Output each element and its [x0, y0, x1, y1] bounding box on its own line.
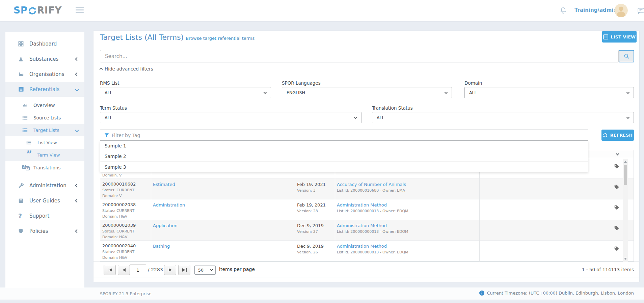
- sidebar-item-user-guides[interactable]: User Guides: [5, 193, 84, 208]
- hide-advanced-filters-toggle[interactable]: Hide advanced filters: [100, 66, 153, 72]
- tag-icon[interactable]: [614, 184, 619, 191]
- list-info: List Id: 200000000013 - Owner: EDQM: [337, 229, 408, 234]
- rms-list-select[interactable]: ALL: [100, 87, 271, 98]
- tag-icon[interactable]: [614, 225, 619, 232]
- last-page-icon: [182, 268, 185, 272]
- main-content-card: Target Lists (All Terms)Browse target re…: [93, 31, 639, 282]
- current-user-menu[interactable]: Training\admin: [574, 7, 617, 13]
- browse-target-referential-terms-link[interactable]: Browse target referential terms: [186, 36, 254, 41]
- tag-option-sample-1[interactable]: Sample 1: [100, 141, 588, 151]
- term-domain: Domain: H&V: [102, 235, 127, 239]
- search-button[interactable]: [619, 50, 634, 62]
- list-name-link[interactable]: Accuracy of Number of Animals: [337, 182, 406, 187]
- term-name-link[interactable]: Bathing: [153, 244, 170, 249]
- previous-page-button[interactable]: [118, 265, 130, 275]
- sidebar-label: Support: [29, 213, 49, 219]
- term-name-link[interactable]: Application: [153, 223, 178, 228]
- translation-status-label: Translation Status: [372, 105, 413, 111]
- sidebar-label: Referentials: [29, 86, 59, 92]
- chevron-left-icon: [75, 199, 79, 202]
- sidebar-item-support[interactable]: ? Support: [5, 208, 84, 223]
- sidebar-item-administration[interactable]: Administration: [5, 178, 84, 193]
- list-view-button-icon: [603, 34, 608, 39]
- term-status-select[interactable]: ALL: [100, 112, 361, 123]
- sidebar-item-organisations[interactable]: Organisations: [5, 66, 84, 82]
- term-version: Version: 28: [297, 209, 318, 213]
- sidebar-item-translations[interactable]: A文 Translations: [5, 161, 84, 174]
- spor-languages-select[interactable]: ENGLISH: [282, 87, 452, 98]
- previous-page-icon: [123, 268, 126, 272]
- rms-list-value: ALL: [105, 90, 112, 95]
- tag-option-sample-3[interactable]: Sample 3: [100, 162, 588, 172]
- sidebar-label: Substances: [29, 56, 58, 62]
- notifications-bell-icon[interactable]: [560, 7, 567, 15]
- chevron-down-icon: [264, 90, 267, 94]
- sidebar-nav: Dashboard Substances Organisations Refer…: [5, 32, 84, 288]
- footer-bar: SPORIFY 21.3 Enterprise Current Timezone…: [0, 287, 644, 300]
- sidebar-label: User Guides: [29, 198, 60, 204]
- term-id: 200000002039: [102, 223, 136, 228]
- tag-icon[interactable]: [614, 246, 619, 253]
- feedback-chat-icon[interactable]: [637, 7, 644, 16]
- table-row[interactable]: 200000002038 Status: CURRENT Domain: H&V…: [100, 199, 634, 220]
- term-date: Feb 19, 2021: [297, 202, 326, 208]
- sidebar-toggle-hamburger-icon[interactable]: [76, 7, 84, 14]
- list-view-button[interactable]: LIST VIEW: [602, 31, 637, 43]
- list-icon: [22, 128, 30, 133]
- chevron-left-icon: [75, 184, 79, 187]
- sidebar-label: Overview: [33, 103, 55, 108]
- pagination-bar: / 2283 50 items per page 1 - 50 of 11411…: [93, 261, 639, 277]
- term-status: Status: CURRENT: [102, 229, 134, 233]
- table-vertical-scrollbar[interactable]: [623, 159, 628, 262]
- items-per-page-select[interactable]: 50: [194, 266, 216, 275]
- tag-icon[interactable]: [614, 164, 619, 170]
- logo-text-rify: RIFY: [37, 5, 62, 16]
- translation-status-select[interactable]: ALL: [372, 112, 634, 123]
- sidebar-item-target-lists[interactable]: Target Lists: [5, 124, 84, 136]
- first-page-button[interactable]: [104, 265, 116, 275]
- scrollbar-thumb[interactable]: [624, 165, 627, 185]
- list-name-link[interactable]: Administration Method: [337, 223, 387, 228]
- next-page-button[interactable]: [164, 265, 176, 275]
- sidebar-item-policies[interactable]: Policies: [5, 223, 84, 239]
- sidebar-item-list-view[interactable]: List View: [5, 136, 84, 149]
- sidebar-item-source-lists[interactable]: Source Lists: [5, 111, 84, 124]
- page-title: Target Lists (All Terms)Browse target re…: [100, 33, 254, 42]
- table-row[interactable]: 200000010682 Status: CURRENT Domain: V E…: [100, 179, 634, 199]
- sidebar-item-term-view[interactable]: ” Term View: [5, 149, 84, 161]
- table-row[interactable]: 200000002039 Status: CURRENT Domain: H&V…: [100, 220, 634, 241]
- bar-chart-icon: [22, 103, 30, 108]
- tag-options-dropdown: Sample 1 Sample 2 Sample 3: [100, 141, 588, 172]
- table-row[interactable]: 200000002040 Status: CURRENT Domain: H&V…: [100, 241, 634, 261]
- domain-select[interactable]: ALL: [464, 87, 634, 98]
- refresh-button[interactable]: REFRESH: [601, 130, 634, 141]
- last-page-button[interactable]: [178, 265, 190, 275]
- term-name-link[interactable]: Estimated: [153, 182, 175, 187]
- sidebar-item-dashboard[interactable]: Dashboard: [5, 36, 84, 51]
- sidebar-item-substances[interactable]: Substances: [5, 51, 84, 66]
- list-name-link[interactable]: Administration Method: [337, 202, 387, 208]
- flask-icon: [18, 56, 26, 62]
- factory-icon: [18, 71, 26, 77]
- search-input[interactable]: [100, 50, 619, 62]
- scroll-down-arrow-icon[interactable]: [624, 258, 627, 260]
- user-avatar[interactable]: [614, 4, 628, 17]
- scroll-up-arrow-icon[interactable]: [624, 161, 627, 163]
- term-name-link[interactable]: Administration: [153, 202, 185, 208]
- column-menu-chevron-down-icon[interactable]: [616, 152, 619, 156]
- list-name-link[interactable]: Administration Method: [337, 244, 387, 249]
- list-view-button-label: LIST VIEW: [611, 34, 636, 39]
- chevron-down-icon: [75, 128, 79, 132]
- top-header-bar: SP RIFY Training\admin: [0, 0, 644, 21]
- tag-icon[interactable]: [614, 205, 619, 212]
- sidebar-item-referentials[interactable]: Referentials: [5, 82, 84, 97]
- term-version: Version: 3: [297, 188, 316, 193]
- filter-by-tag-input[interactable]: Filter by Tag: [100, 130, 588, 141]
- page-number-input[interactable]: [130, 265, 146, 275]
- tag-option-sample-2[interactable]: Sample 2: [100, 151, 588, 162]
- domain-value: ALL: [469, 90, 477, 95]
- list-info: List Id: 200000010680 - Owner: EMA: [337, 188, 405, 193]
- logo-refresh-o-icon: [28, 6, 37, 15]
- sidebar-item-overview[interactable]: Overview: [5, 99, 84, 111]
- chevron-up-icon: [100, 68, 103, 71]
